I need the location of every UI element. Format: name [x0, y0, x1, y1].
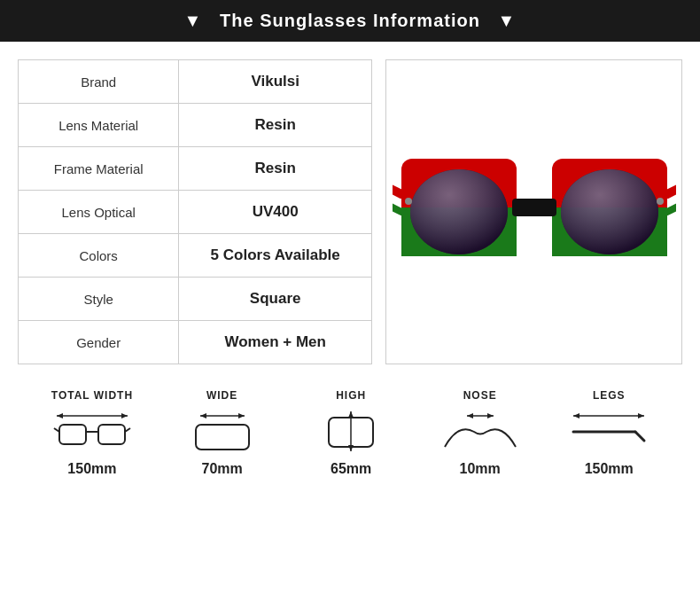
svg-rect-20	[59, 425, 86, 444]
header-title: The Sunglasses Information	[220, 11, 480, 30]
svg-marker-27	[238, 413, 245, 418]
table-label-0: Brand	[19, 60, 179, 104]
svg-line-11	[393, 181, 401, 194]
measure-wide-value: 70mm	[202, 461, 243, 477]
table-value-1: Resin	[179, 104, 372, 147]
table-value-2: Resin	[179, 147, 372, 191]
table-value-4: 5 Colors Available	[179, 234, 372, 278]
table-row: Brand Vikulsi	[19, 60, 372, 104]
table-value-0: Vikulsi	[179, 60, 372, 104]
table-value-3: UV400	[179, 191, 372, 234]
svg-marker-35	[487, 413, 494, 418]
svg-marker-26	[200, 413, 206, 418]
product-image	[393, 114, 676, 309]
table-label-1: Lens Material	[19, 104, 179, 147]
table-row: Frame Material Resin	[19, 147, 372, 191]
measure-wide: WIDE 70mm	[183, 389, 262, 477]
product-image-area	[385, 59, 682, 364]
svg-rect-28	[196, 425, 249, 450]
table-label-3: Lens Optical	[19, 191, 179, 234]
measure-nose-label: NOSE	[463, 389, 497, 402]
measure-total-width-label: TOTAL WIDTH	[51, 389, 133, 402]
svg-line-40	[635, 432, 644, 441]
measure-high-label: HIGH	[336, 389, 366, 402]
svg-line-14	[667, 199, 676, 212]
measure-legs: LEGS 150mm	[569, 389, 649, 477]
table-value-5: Square	[179, 278, 372, 321]
main-content: Brand Vikulsi Lens Material Resin Frame …	[0, 42, 700, 373]
svg-marker-34	[467, 413, 473, 418]
measure-legs-icon	[569, 407, 649, 456]
measure-total-width-value: 150mm	[67, 461, 116, 477]
svg-point-16	[657, 198, 664, 205]
svg-point-4	[410, 169, 508, 254]
measure-nose-icon	[440, 407, 520, 456]
table-label-4: Colors	[19, 234, 179, 278]
table-value-6: Women + Men	[179, 321, 372, 364]
measure-nose-value: 10mm	[460, 461, 501, 477]
svg-marker-37	[573, 413, 579, 418]
measure-high: HIGH 65mm	[311, 389, 391, 477]
svg-marker-19	[121, 413, 128, 418]
measurements-section: TOTAL WIDTH 150mm WIDE 70mm HIGH	[0, 373, 700, 486]
svg-rect-21	[98, 425, 125, 444]
measure-total-width-icon	[52, 407, 132, 456]
measure-wide-label: WIDE	[206, 389, 237, 402]
svg-point-9	[561, 169, 658, 254]
svg-marker-38	[638, 413, 644, 418]
table-row: Colors 5 Colors Available	[19, 234, 372, 278]
header-arrow-right: ▼	[498, 11, 517, 30]
table-row: Lens Material Resin	[19, 104, 372, 147]
table-row: Style Square	[19, 278, 372, 321]
svg-point-15	[405, 198, 412, 205]
info-table: Brand Vikulsi Lens Material Resin Frame …	[18, 59, 372, 364]
measure-wide-icon	[183, 407, 262, 456]
header-arrow-left: ▼	[184, 11, 203, 30]
table-label-2: Frame Material	[19, 147, 179, 191]
svg-rect-10	[512, 199, 556, 216]
table-label-6: Gender	[19, 321, 179, 364]
svg-line-13	[393, 199, 401, 212]
measure-high-value: 65mm	[331, 461, 371, 477]
svg-marker-18	[57, 413, 63, 418]
measure-high-icon	[311, 407, 391, 456]
measure-legs-value: 150mm	[585, 461, 634, 477]
measure-legs-label: LEGS	[593, 389, 626, 402]
table-row: Gender Women + Men	[19, 321, 372, 364]
table-row: Lens Optical UV400	[19, 191, 372, 234]
measure-total-width: TOTAL WIDTH 150mm	[51, 389, 133, 477]
page-header: ▼ The Sunglasses Information ▼	[0, 0, 700, 42]
svg-marker-30	[348, 411, 354, 418]
measure-nose: NOSE 10mm	[440, 389, 520, 477]
svg-line-12	[667, 181, 676, 194]
table-label-5: Style	[19, 278, 179, 321]
